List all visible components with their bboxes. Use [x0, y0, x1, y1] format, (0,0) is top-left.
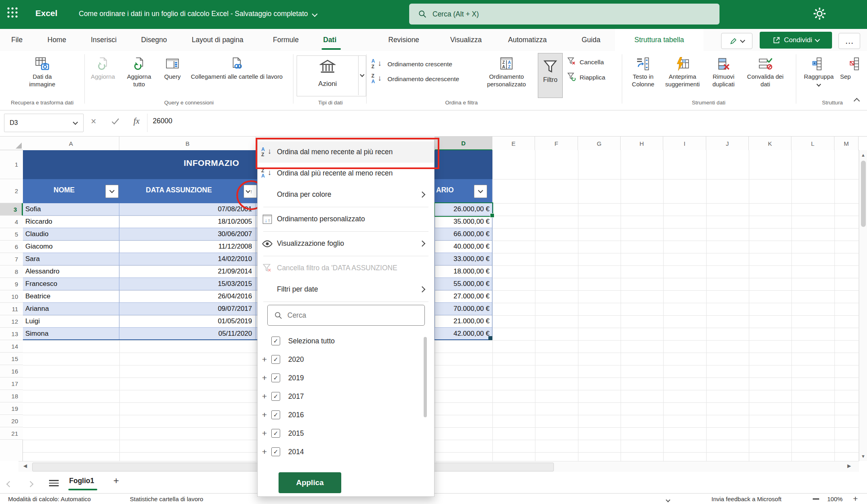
year-checkbox-row-2016[interactable]: +✓2016: [258, 406, 426, 424]
scroll-left-icon[interactable]: ◀: [23, 463, 27, 469]
cell-salary[interactable]: 42.000,00 €: [435, 328, 490, 340]
cell-salary[interactable]: 35.000,00 €: [435, 216, 490, 228]
cell-salary[interactable]: 21.000,00 €: [435, 315, 490, 327]
app-launcher-button[interactable]: [6, 6, 23, 22]
cell-hire-date[interactable]: 30/06/2007: [119, 228, 252, 240]
year-checkbox-row-2014[interactable]: +✓2014: [258, 443, 426, 461]
all-sheets-button[interactable]: [49, 478, 59, 490]
cell-hire-date[interactable]: 11/12/2008: [119, 241, 252, 253]
cell-hire-date[interactable]: 01/05/2019: [119, 315, 252, 327]
row-header-21[interactable]: 21: [0, 427, 23, 440]
salario-filter-button[interactable]: [474, 185, 487, 198]
row-header-19[interactable]: 19: [0, 402, 23, 415]
prev-sheet-button[interactable]: [7, 481, 12, 488]
separa-button[interactable]: Sep: [840, 54, 867, 80]
year-checkbox-row-2020[interactable]: +✓2020: [258, 350, 426, 369]
menu-list-scrollbar[interactable]: [424, 337, 427, 417]
row-header-7[interactable]: 7: [0, 253, 23, 265]
column-header-K[interactable]: K: [749, 137, 791, 150]
checkbox-checked-icon[interactable]: ✓: [271, 373, 280, 382]
tab-layout-di-pagina[interactable]: Layout di pagina: [192, 29, 243, 51]
row-header-16[interactable]: 16: [0, 365, 23, 377]
cell-name[interactable]: Francesco: [25, 278, 57, 290]
sheet-tab-foglio1[interactable]: Foglio1: [69, 477, 94, 485]
row-header-17[interactable]: 17: [0, 377, 23, 390]
tab-revisione[interactable]: Revisione: [388, 29, 419, 51]
convalida-dati-button[interactable]: Convalida dei dati: [743, 54, 788, 88]
column-header-E[interactable]: E: [492, 137, 535, 150]
cell-salary[interactable]: 40.000,00 €: [435, 241, 490, 253]
checkbox-checked-icon[interactable]: ✓: [271, 410, 280, 419]
vertical-scrollbar[interactable]: ▲ ▼: [859, 150, 867, 461]
more-options-button[interactable]: …: [838, 33, 860, 49]
cancella-filtro-button[interactable]: Cancella: [567, 57, 604, 68]
feedback-link[interactable]: Invia feedback a Microsoft: [711, 496, 781, 502]
vertical-scroll-thumb[interactable]: [861, 161, 866, 227]
checkbox-checked-icon[interactable]: ✓: [271, 447, 280, 456]
riapplica-filtro-button[interactable]: Riapplica: [567, 72, 605, 83]
zoom-out-button[interactable]: [813, 498, 819, 500]
zoom-in-button[interactable]: +: [853, 494, 858, 504]
dati-da-immagine-button[interactable]: Dati da immagine: [22, 54, 62, 88]
document-title[interactable]: Come ordinare i dati in un foglio di cal…: [79, 10, 317, 18]
column-header-A[interactable]: A: [23, 137, 119, 150]
expand-year-2015[interactable]: +: [258, 429, 271, 438]
expand-year-2019[interactable]: +: [258, 373, 271, 383]
menu-item-custom-sort[interactable]: ↓ ↑ Ordinamento personalizzato: [258, 208, 434, 230]
column-header-I[interactable]: I: [663, 137, 706, 150]
cell-name[interactable]: Riccardo: [25, 216, 52, 228]
column-header-B[interactable]: B: [119, 137, 256, 150]
row-header-1[interactable]: 1: [0, 150, 23, 179]
query-button[interactable]: Query: [159, 54, 186, 80]
table-resize-handle[interactable]: [488, 336, 492, 340]
year-checkbox-row-2019[interactable]: +✓2019: [258, 369, 426, 387]
next-sheet-button[interactable]: [28, 481, 33, 488]
cell-hire-date[interactable]: 26/04/2016: [119, 290, 252, 302]
cell-salary[interactable]: 55.000,00 €: [435, 278, 490, 290]
cell-name[interactable]: Sofia: [25, 203, 41, 215]
apply-button[interactable]: Applica: [279, 472, 341, 493]
checkbox-checked-icon[interactable]: ✓: [271, 392, 280, 401]
select-all-checkbox-row[interactable]: ✓ Seleziona tutto: [258, 332, 426, 350]
testo-in-colonne-button[interactable]: Testo in Colonne: [625, 54, 661, 88]
tab-dati[interactable]: Dati: [323, 29, 336, 51]
azioni-gallery[interactable]: Azioni: [297, 55, 366, 96]
zoom-level[interactable]: 100%: [827, 496, 842, 502]
row-header-12[interactable]: 12: [0, 315, 23, 328]
cell-salary[interactable]: 27.000,00 €: [435, 290, 490, 302]
cell-name[interactable]: Sara: [25, 253, 40, 265]
cell-salary[interactable]: 18.000,00 €: [435, 265, 490, 278]
column-header-J[interactable]: J: [706, 137, 749, 150]
row-header-5[interactable]: 5: [0, 228, 23, 241]
tab-visualizza[interactable]: Visualizza: [450, 29, 482, 51]
anteprima-suggerimenti-button[interactable]: Anteprima suggerimenti: [662, 54, 703, 88]
aggiorna-tutto-button[interactable]: Aggiorna tutto: [121, 54, 158, 88]
cell-name[interactable]: Alessandro: [25, 265, 59, 278]
expand-year-2014[interactable]: +: [258, 447, 271, 457]
cell-hire-date[interactable]: 14/02/2010: [119, 253, 252, 265]
cell-salary[interactable]: 33.000,00 €: [435, 253, 490, 265]
horizontal-scrollbar[interactable]: ◀ ▶: [18, 461, 859, 472]
cell-hire-date[interactable]: 15/03/2015: [119, 278, 252, 290]
row-header-9[interactable]: 9: [0, 278, 23, 290]
row-header-14[interactable]: 14: [0, 340, 23, 353]
menu-item-sheet-view[interactable]: Visualizzazione foglio: [258, 233, 434, 254]
checkbox-checked-icon[interactable]: ✓: [271, 337, 280, 345]
cell-name[interactable]: Claudio: [25, 228, 49, 240]
row-header-13[interactable]: 13: [0, 328, 23, 340]
column-header-F[interactable]: F: [535, 137, 578, 150]
cancel-entry-button[interactable]: ×: [91, 116, 96, 127]
column-header-D[interactable]: D: [435, 137, 492, 150]
cell-hire-date[interactable]: 09/07/2017: [119, 303, 252, 315]
share-button[interactable]: Condividi: [760, 32, 832, 49]
menu-item-date-filters[interactable]: Filtri per date: [258, 279, 434, 300]
scroll-down-icon[interactable]: ▼: [859, 454, 867, 459]
cell-hire-date[interactable]: 21/09/2014: [119, 265, 252, 278]
cell-name[interactable]: Arianna: [25, 303, 49, 315]
scroll-right-icon[interactable]: ▶: [847, 463, 851, 469]
ordinamento-personalizzato-button[interactable]: Z A A Z Ordinamento personalizzato: [480, 54, 533, 88]
tab-inserisci[interactable]: Inserisci: [91, 29, 117, 51]
column-header-H[interactable]: H: [621, 137, 663, 150]
checkbox-checked-icon[interactable]: ✓: [271, 355, 280, 364]
cell-name[interactable]: Giacomo: [25, 241, 53, 253]
